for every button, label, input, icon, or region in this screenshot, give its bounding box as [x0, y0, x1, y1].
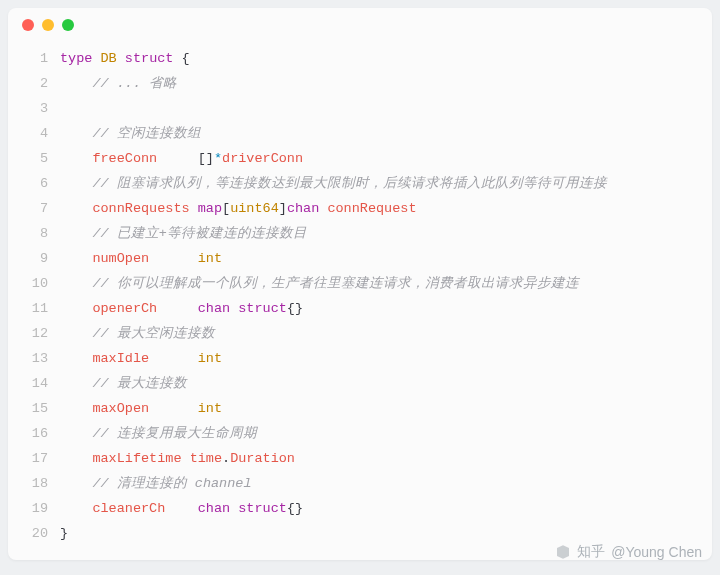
token-ident: maxOpen — [92, 401, 149, 416]
code-line: 19 cleanerCh chan struct{} — [8, 496, 712, 521]
line-number: 5 — [8, 146, 60, 171]
token-plain — [60, 301, 92, 316]
token-keyword: struct — [125, 51, 174, 66]
token-plain — [60, 201, 92, 216]
token-punct: ] — [279, 201, 287, 216]
token-comment: // 连接复用最大生命周期 — [92, 426, 256, 441]
token-keyword: struct — [238, 301, 287, 316]
line-number: 15 — [8, 396, 60, 421]
token-comment: // 最大连接数 — [92, 376, 186, 391]
line-number: 2 — [8, 71, 60, 96]
line-content: // 阻塞请求队列，等连接数达到最大限制时，后续请求将插入此队列等待可用连接 — [60, 171, 712, 196]
minimize-icon[interactable] — [42, 19, 54, 31]
token-keyword: map — [198, 201, 222, 216]
token-typename: int — [198, 401, 222, 416]
line-number: 9 — [8, 246, 60, 271]
token-keyword: struct — [238, 501, 287, 516]
line-content: // ... 省略 — [60, 71, 712, 96]
code-line: 1type DB struct { — [8, 46, 712, 71]
token-plain: [] — [157, 151, 214, 166]
line-number: 12 — [8, 321, 60, 346]
line-content: maxOpen int — [60, 396, 712, 421]
token-comment: // 清理连接的 channel — [92, 476, 251, 491]
token-plain — [60, 126, 92, 141]
code-line: 9 numOpen int — [8, 246, 712, 271]
token-plain — [60, 476, 92, 491]
code-line: 14 // 最大连接数 — [8, 371, 712, 396]
token-comment: // 你可以理解成一个队列，生产者往里塞建连请求，消费者取出请求异步建连 — [92, 276, 578, 291]
token-ident: connRequest — [327, 201, 416, 216]
code-line: 10 // 你可以理解成一个队列，生产者往里塞建连请求，消费者取出请求异步建连 — [8, 271, 712, 296]
code-line: 17 maxLifetime time.Duration — [8, 446, 712, 471]
token-plain — [60, 451, 92, 466]
token-brace: {} — [287, 301, 303, 316]
token-keyword: chan — [198, 501, 230, 516]
token-plain — [157, 301, 198, 316]
code-line: 15 maxOpen int — [8, 396, 712, 421]
code-line: 3 — [8, 96, 712, 121]
token-plain — [190, 201, 198, 216]
line-content: // 你可以理解成一个队列，生产者往里塞建连请求，消费者取出请求异步建连 — [60, 271, 712, 296]
token-ident: time — [190, 451, 222, 466]
line-number: 3 — [8, 96, 60, 121]
token-ident: maxIdle — [92, 351, 149, 366]
code-line: 20} — [8, 521, 712, 546]
token-keyword: chan — [198, 301, 230, 316]
token-typename: int — [198, 251, 222, 266]
line-content: type DB struct { — [60, 46, 712, 71]
token-brace: { — [182, 51, 190, 66]
token-plain — [60, 151, 92, 166]
token-plain — [60, 351, 92, 366]
line-number: 16 — [8, 421, 60, 446]
token-brace: } — [60, 526, 68, 541]
window-titlebar — [8, 8, 712, 42]
line-content: openerCh chan struct{} — [60, 296, 712, 321]
token-plain — [149, 351, 198, 366]
line-content: // 已建立+等待被建连的连接数目 — [60, 221, 712, 246]
token-typename: int — [198, 351, 222, 366]
token-comment: // 空闲连接数组 — [92, 126, 200, 141]
line-number: 8 — [8, 221, 60, 246]
code-window: 1type DB struct {2 // ... 省略34 // 空闲连接数组… — [8, 8, 712, 560]
line-number: 14 — [8, 371, 60, 396]
token-plain — [60, 251, 92, 266]
line-number: 7 — [8, 196, 60, 221]
line-number: 1 — [8, 46, 60, 71]
code-line: 2 // ... 省略 — [8, 71, 712, 96]
close-icon[interactable] — [22, 19, 34, 31]
token-plain — [60, 501, 92, 516]
line-content: maxLifetime time.Duration — [60, 446, 712, 471]
token-ident: connRequests — [92, 201, 189, 216]
token-plain — [60, 401, 92, 416]
line-number: 10 — [8, 271, 60, 296]
line-number: 6 — [8, 171, 60, 196]
token-plain — [165, 501, 197, 516]
line-content: // 空闲连接数组 — [60, 121, 712, 146]
line-content: // 连接复用最大生命周期 — [60, 421, 712, 446]
token-ident: openerCh — [92, 301, 157, 316]
token-plain — [149, 251, 198, 266]
line-content: } — [60, 521, 712, 546]
line-number: 11 — [8, 296, 60, 321]
line-content: // 最大空闲连接数 — [60, 321, 712, 346]
line-content: freeConn []*driverConn — [60, 146, 712, 171]
line-number: 19 — [8, 496, 60, 521]
token-plain — [60, 276, 92, 291]
code-line: 16 // 连接复用最大生命周期 — [8, 421, 712, 446]
token-typename: DB — [101, 51, 117, 66]
token-typename: uint64 — [230, 201, 279, 216]
code-line: 18 // 清理连接的 channel — [8, 471, 712, 496]
line-number: 13 — [8, 346, 60, 371]
line-content: connRequests map[uint64]chan connRequest — [60, 196, 712, 221]
token-keyword: chan — [287, 201, 319, 216]
code-line: 13 maxIdle int — [8, 346, 712, 371]
zoom-icon[interactable] — [62, 19, 74, 31]
token-plain — [60, 226, 92, 241]
token-ident: maxLifetime — [92, 451, 181, 466]
code-block: 1type DB struct {2 // ... 省略34 // 空闲连接数组… — [8, 42, 712, 552]
code-line: 5 freeConn []*driverConn — [8, 146, 712, 171]
token-ident: freeConn — [92, 151, 157, 166]
token-ident: cleanerCh — [92, 501, 165, 516]
token-star: * — [214, 151, 222, 166]
token-ident: Duration — [230, 451, 295, 466]
